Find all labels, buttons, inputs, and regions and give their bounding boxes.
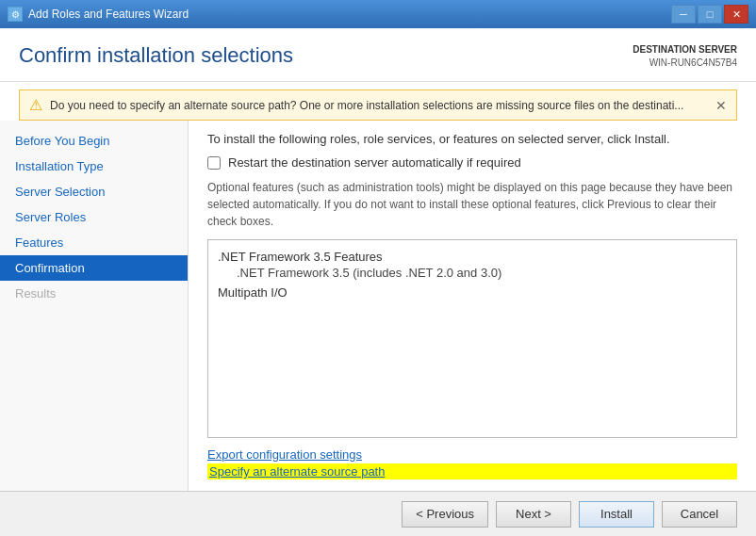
- destination-label: DESTINATION SERVER: [633, 43, 737, 57]
- warning-bar: ⚠ Do you need to specify an alternate so…: [19, 89, 737, 121]
- close-button[interactable]: ✕: [724, 5, 748, 24]
- install-instruction: To install the following roles, role ser…: [207, 132, 737, 146]
- features-box: .NET Framework 3.5 Features .NET Framewo…: [207, 239, 737, 438]
- list-item: .NET Framework 3.5 (includes .NET 2.0 an…: [237, 266, 727, 280]
- restart-option: Restart the destination server automatic…: [207, 155, 737, 170]
- sidebar-item-confirmation[interactable]: Confirmation: [0, 255, 188, 281]
- body-layout: Before You Begin Installation Type Serve…: [0, 121, 756, 491]
- warning-close-button[interactable]: ✕: [715, 98, 727, 113]
- minimize-button[interactable]: ─: [671, 5, 696, 24]
- links-section: Export configuration settings Specify an…: [207, 447, 737, 479]
- title-bar: ⚙ Add Roles and Features Wizard ─ □ ✕: [0, 0, 756, 28]
- page-title: Confirm installation selections: [19, 43, 293, 68]
- list-item: .NET Framework 3.5 Features: [218, 250, 727, 264]
- specify-source-link[interactable]: Specify an alternate source path: [207, 463, 737, 479]
- sidebar-item-server-roles[interactable]: Server Roles: [0, 204, 188, 230]
- export-config-link[interactable]: Export configuration settings: [207, 447, 737, 462]
- cancel-button[interactable]: Cancel: [662, 501, 737, 528]
- warning-text: Do you need to specify an alternate sour…: [50, 99, 708, 112]
- maximize-button[interactable]: □: [698, 5, 722, 24]
- install-button[interactable]: Install: [579, 501, 654, 528]
- list-item: Multipath I/O: [218, 285, 727, 300]
- footer: < Previous Next > Install Cancel: [0, 491, 756, 536]
- restart-checkbox[interactable]: [207, 156, 221, 170]
- warning-icon: ⚠: [29, 96, 42, 114]
- sidebar-item-results: Results: [0, 281, 188, 306]
- previous-button[interactable]: < Previous: [402, 501, 488, 528]
- window-title: Add Roles and Features Wizard: [28, 8, 189, 21]
- sidebar-item-installation-type[interactable]: Installation Type: [0, 154, 188, 179]
- title-bar-left: ⚙ Add Roles and Features Wizard: [8, 7, 189, 22]
- window-controls: ─ □ ✕: [671, 5, 748, 24]
- sidebar-item-features[interactable]: Features: [0, 230, 188, 255]
- main-window: Confirm installation selections DESTINAT…: [0, 28, 756, 536]
- next-button[interactable]: Next >: [496, 501, 571, 528]
- destination-server: WIN-RUN6C4N57B4: [633, 57, 737, 70]
- content-panel: To install the following roles, role ser…: [189, 121, 756, 491]
- page-header: Confirm installation selections DESTINAT…: [0, 28, 756, 82]
- sidebar: Before You Begin Installation Type Serve…: [0, 121, 189, 491]
- sidebar-item-before-you-begin[interactable]: Before You Begin: [0, 128, 188, 154]
- app-icon: ⚙: [8, 7, 23, 22]
- sidebar-item-server-selection[interactable]: Server Selection: [0, 179, 188, 204]
- optional-note: Optional features (such as administratio…: [207, 179, 737, 230]
- destination-info: DESTINATION SERVER WIN-RUN6C4N57B4: [633, 43, 737, 70]
- restart-label: Restart the destination server automatic…: [228, 155, 521, 170]
